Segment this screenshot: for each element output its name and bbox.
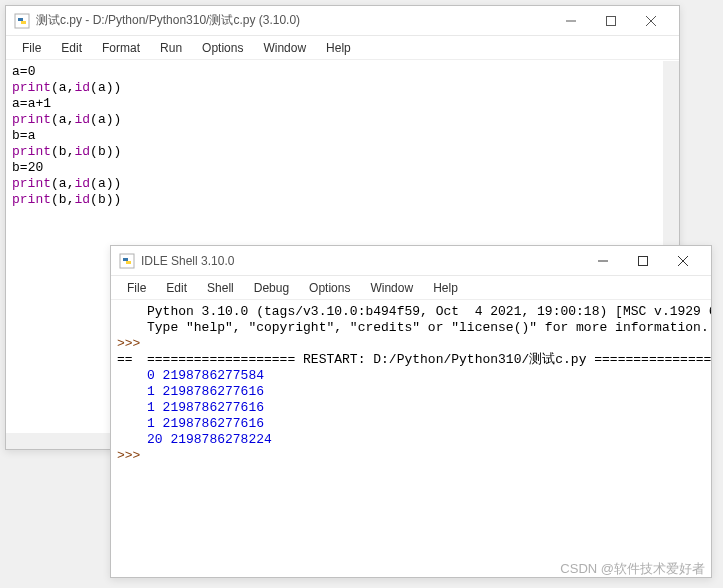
menu-run[interactable]: Run [150,38,192,58]
menu-format[interactable]: Format [92,38,150,58]
code-line: print(b,id(b)) [12,192,673,208]
menu-options[interactable]: Options [299,278,360,298]
shell-line: Type "help", "copyright", "credits" or "… [117,320,705,336]
shell-output: 1 2198786277616 [147,384,264,399]
shell-prompt: >>> [117,448,140,463]
code-line: a=a+1 [12,96,673,112]
shell-line: 1 2198786277616 [117,400,705,416]
menu-window[interactable]: Window [360,278,423,298]
shell-window-controls [583,247,703,275]
python-file-icon [14,13,30,29]
menu-help[interactable]: Help [423,278,468,298]
editor-menubar: FileEditFormatRunOptionsWindowHelp [6,36,679,60]
code-line: print(b,id(b)) [12,144,673,160]
menu-help[interactable]: Help [316,38,361,58]
shell-titlebar: IDLE Shell 3.10.0 [111,246,711,276]
close-button[interactable] [663,247,703,275]
shell-output: 1 2198786277616 [147,400,264,415]
shell-line: 1 2198786277616 [117,416,705,432]
python-idle-icon [119,253,135,269]
shell-prompt: >>> [117,336,140,351]
shell-line: >>> [117,336,705,352]
editor-titlebar: 测试c.py - D:/Python/Python310/测试c.py (3.1… [6,6,679,36]
code-line: a=0 [12,64,673,80]
menu-file[interactable]: File [117,278,156,298]
code-line: b=a [12,128,673,144]
svg-rect-7 [639,256,648,265]
shell-menubar: FileEditShellDebugOptionsWindowHelp [111,276,711,300]
shell-output: 1 2198786277616 [147,416,264,431]
maximize-button[interactable] [623,247,663,275]
menu-shell[interactable]: Shell [197,278,244,298]
minimize-button[interactable] [583,247,623,275]
shell-console[interactable]: Python 3.10.0 (tags/v3.10.0:b494f59, Oct… [111,300,711,575]
menu-options[interactable]: Options [192,38,253,58]
code-line: print(a,id(a)) [12,112,673,128]
shell-line: 0 2198786277584 [117,368,705,384]
menu-edit[interactable]: Edit [51,38,92,58]
menu-debug[interactable]: Debug [244,278,299,298]
shell-output: 0 2198786277584 [147,368,264,383]
shell-window: IDLE Shell 3.10.0 FileEditShellDebugOpti… [110,245,712,578]
menu-file[interactable]: File [12,38,51,58]
svg-rect-2 [607,16,616,25]
shell-line: Python 3.10.0 (tags/v3.10.0:b494f59, Oct… [117,304,705,320]
code-line: b=20 [12,160,673,176]
shell-output: 20 2198786278224 [147,432,272,447]
shell-line: 1 2198786277616 [117,384,705,400]
close-button[interactable] [631,7,671,35]
shell-line: ===================== RESTART: D:/Python… [117,352,705,368]
shell-line: 20 2198786278224 [117,432,705,448]
shell-title: IDLE Shell 3.10.0 [141,254,583,268]
menu-window[interactable]: Window [253,38,316,58]
menu-edit[interactable]: Edit [156,278,197,298]
minimize-button[interactable] [551,7,591,35]
editor-window-controls [551,7,671,35]
editor-title: 测试c.py - D:/Python/Python310/测试c.py (3.1… [36,12,551,29]
code-line: print(a,id(a)) [12,80,673,96]
code-line: print(a,id(a)) [12,176,673,192]
shell-line: >>> [117,448,705,464]
maximize-button[interactable] [591,7,631,35]
